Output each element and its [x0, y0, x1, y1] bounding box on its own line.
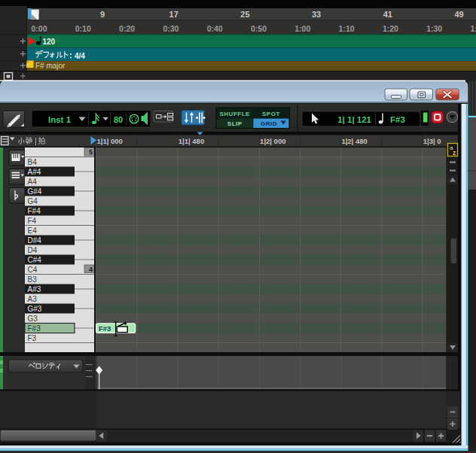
svg-text:A#4: A#4 — [28, 168, 41, 176]
svg-text:1| 1| 121: 1| 1| 121 — [337, 115, 371, 124]
svg-text:0:30: 0:30 — [163, 24, 178, 33]
svg-text:120: 120 — [43, 38, 56, 46]
svg-text:G#3: G#3 — [28, 305, 42, 313]
svg-text:0:10: 0:10 — [75, 24, 91, 33]
svg-text:F#4: F#4 — [28, 207, 41, 215]
svg-text:G3: G3 — [28, 315, 38, 323]
svg-text:SLIP: SLIP — [227, 120, 243, 127]
svg-text:5: 5 — [89, 148, 93, 156]
svg-text:G#4: G#4 — [28, 187, 42, 196]
svg-text:F4: F4 — [28, 217, 37, 225]
svg-text:1:40: 1:40 — [470, 24, 476, 33]
svg-text:F3: F3 — [28, 334, 37, 342]
svg-text:SPOT: SPOT — [262, 111, 280, 117]
svg-text:41: 41 — [383, 10, 392, 19]
svg-text:17: 17 — [169, 10, 178, 19]
svg-text:B3: B3 — [28, 275, 38, 284]
svg-text:49: 49 — [454, 10, 463, 19]
svg-text:A4: A4 — [28, 178, 38, 186]
svg-text:1|3| 0: 1|3| 0 — [423, 137, 441, 145]
svg-text:z: z — [453, 149, 456, 157]
svg-text:9: 9 — [100, 10, 105, 19]
svg-text:G4: G4 — [28, 197, 38, 205]
svg-text:GRID: GRID — [261, 120, 277, 127]
svg-text:1|1| 480: 1|1| 480 — [178, 137, 204, 145]
svg-text:SHUFFLE: SHUFFLE — [220, 111, 251, 117]
svg-text:E4: E4 — [28, 226, 38, 235]
svg-text:B4: B4 — [28, 158, 38, 166]
svg-text:0:00: 0:00 — [31, 24, 47, 33]
svg-text:C#4: C#4 — [28, 256, 42, 264]
svg-text:F#3: F#3 — [390, 115, 405, 124]
svg-text:1:00: 1:00 — [294, 24, 310, 33]
svg-text:F#3: F#3 — [99, 324, 111, 333]
svg-text:C4: C4 — [28, 266, 38, 274]
svg-text:Inst 1: Inst 1 — [48, 115, 72, 124]
svg-text:25: 25 — [240, 10, 249, 19]
svg-text:33: 33 — [312, 10, 321, 19]
svg-text:4/4: 4/4 — [75, 52, 85, 60]
svg-text:1|1| 000: 1|1| 000 — [97, 137, 123, 145]
svg-text:D4: D4 — [28, 246, 38, 254]
svg-text:1|2| 000: 1|2| 000 — [260, 137, 285, 145]
svg-text:F# major: F# major — [35, 62, 66, 70]
svg-text:4: 4 — [89, 266, 93, 273]
svg-text:0:20: 0:20 — [119, 24, 135, 33]
svg-text:1:10: 1:10 — [339, 24, 355, 33]
svg-text:1:20: 1:20 — [383, 24, 398, 33]
svg-text:1:30: 1:30 — [426, 24, 442, 33]
svg-text:0:40: 0:40 — [207, 24, 223, 33]
svg-text:D#4: D#4 — [28, 236, 42, 245]
svg-text:A3: A3 — [28, 295, 38, 303]
svg-text:1|2| 480: 1|2| 480 — [341, 137, 367, 145]
svg-text:80: 80 — [114, 115, 123, 124]
svg-text:F#3: F#3 — [28, 324, 41, 333]
svg-text:0:50: 0:50 — [251, 24, 267, 33]
svg-text:A#3: A#3 — [28, 285, 41, 293]
